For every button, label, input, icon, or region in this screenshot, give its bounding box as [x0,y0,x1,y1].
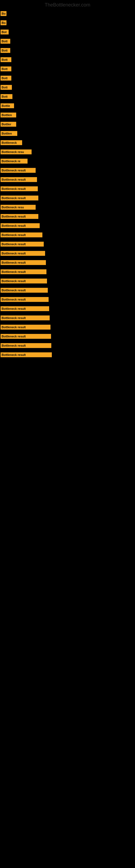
bar-row: Bottleneck result [0,304,135,313]
bar-label: Bottleneck result [1,297,49,302]
bar-row: Bot [0,27,135,37]
bar-row: Bott [0,73,135,83]
bar-label: Bottleneck result [1,242,44,247]
bar-label: Bottleneck result [1,334,51,339]
bar-row: Bo [0,9,135,18]
bar-row: Bott [0,83,135,92]
bar-row: Bottleneck resu [0,203,135,212]
bar-label: Bottleneck result [1,232,42,237]
bar-label: Bott [1,66,11,71]
bar-row: Bottleneck result [0,184,135,193]
bar-row: Bottleneck result [0,166,135,175]
bar-label: Bottleneck resu [1,150,32,154]
bar-label: Bottleneck result [1,352,52,357]
bar-label: Bottleneck result [1,260,46,265]
bar-row: Bottleneck result [0,341,135,350]
bar-row: Bottleneck result [0,267,135,276]
bar-row: Bottleneck result [0,286,135,295]
bar-label: Bottleneck result [1,168,36,173]
bar-row: Bottleneck result [0,295,135,304]
bar-row: Bottleneck result [0,221,135,230]
bar-row: Bottleneck result [0,175,135,184]
bar-row: Bottle [0,101,135,111]
bar-row: Bott [0,92,135,101]
bar-row: Bott [0,55,135,64]
bar-row: Bottlen [0,129,135,138]
bar-label: Bott [1,76,11,81]
bar-row: Bott [0,64,135,73]
bar-label: Bott [1,85,12,90]
bar-label: Bottleneck result [1,306,49,311]
bar-label: Bott [1,94,12,99]
bar-label: Bottleneck result [1,223,40,228]
bar-row: Bott [0,46,135,55]
bar-label: Bottleneck result [1,214,38,219]
bar-label: Bottleneck result [1,288,48,293]
bar-row: Bottleneck result [0,258,135,267]
bar-row: Bottleneck result [0,230,135,240]
bar-row: Bottleneck result [0,193,135,203]
bar-row: Bottleneck result [0,313,135,322]
bar-row: Bottleneck result [0,276,135,286]
bar-label: Bottleneck result [1,269,46,274]
bar-label: Bo [1,20,6,25]
bar-row: Bottleneck result [0,249,135,258]
bar-row: Bottleneck result [0,212,135,221]
bar-label: Bottleneck result [1,177,37,182]
bar-row: Bottleneck result [0,350,135,360]
bar-row: Bottlen [0,111,135,120]
bar-label: Bottleneck re [1,159,28,163]
bar-label: Bottleneck resu [1,205,36,210]
bar-label: Bottler [1,122,16,127]
bar-row: Bottleneck result [0,332,135,341]
bar-label: Bott [1,48,10,53]
bar-label: Bottleneck result [1,195,38,200]
bar-label: Bo [1,11,6,16]
bar-row: Bottleneck result [0,322,135,332]
bar-row: Bottleneck [0,138,135,147]
bar-label: Bottleneck result [1,186,38,191]
bar-row: Bottleneck result [0,240,135,249]
bar-row: Bottler [0,120,135,129]
bar-label: Bottleneck [1,140,22,145]
bar-label: Bot [1,30,9,34]
bar-label: Bott [1,39,10,44]
bar-label: Bottlen [1,113,16,118]
bar-label: Bottlen [1,131,17,136]
bar-label: Bottleneck result [1,251,45,256]
site-title: TheBottlenecker.com [0,0,135,9]
bar-row: Bottleneck re [0,156,135,166]
bar-label: Bottle [1,103,14,108]
bar-row: Bo [0,18,135,27]
bar-label: Bottleneck result [1,325,50,330]
bar-label: Bottleneck result [1,279,47,283]
bar-label: Bottleneck result [1,343,51,348]
bar-row: Bottleneck resu [0,147,135,156]
bar-label: Bottleneck result [1,315,50,320]
bar-label: Bott [1,57,11,62]
bar-row: Bott [0,37,135,46]
